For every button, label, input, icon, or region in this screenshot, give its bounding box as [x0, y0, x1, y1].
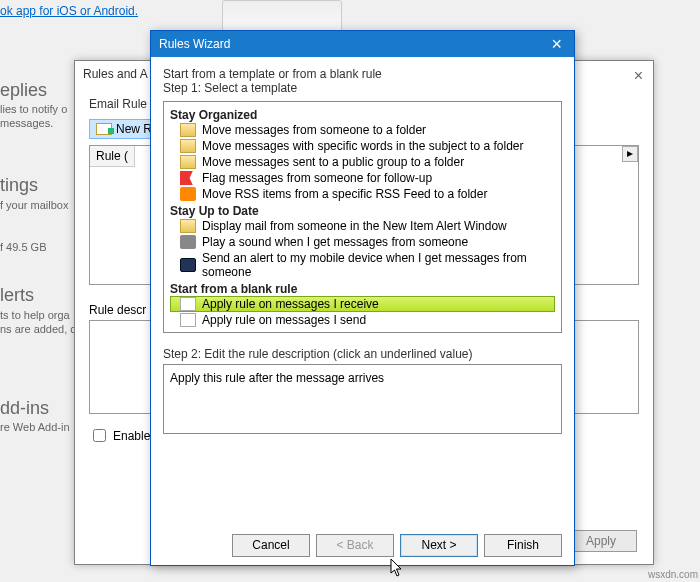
- envelope-icon: [180, 139, 196, 153]
- new-rule-icon: [96, 123, 112, 135]
- speaker-icon: [180, 235, 196, 249]
- tpl-display-new-item-alert[interactable]: Display mail from someone in the New Ite…: [170, 218, 555, 234]
- section-addins-title: dd-ins: [0, 398, 49, 419]
- rule-description-editor[interactable]: Apply this rule after the message arrive…: [163, 364, 562, 434]
- tpl-label: Send an alert to my mobile device when I…: [202, 251, 553, 279]
- enable-rules-label: Enable: [113, 429, 150, 443]
- wizard-step1-label: Step 1: Select a template: [163, 81, 562, 95]
- group-stay-up-to-date: Stay Up to Date: [170, 204, 555, 218]
- storage-text: f 49.5 GB: [0, 240, 46, 254]
- tpl-move-from-someone[interactable]: Move messages from someone to a folder: [170, 122, 555, 138]
- envelope-icon: [180, 155, 196, 169]
- tpl-label: Move messages with specific words in the…: [202, 139, 523, 153]
- tpl-mobile-alert[interactable]: Send an alert to my mobile device when I…: [170, 250, 555, 280]
- close-icon[interactable]: ×: [634, 67, 643, 85]
- close-icon[interactable]: ×: [547, 35, 566, 53]
- tpl-label: Move messages sent to a public group to …: [202, 155, 464, 169]
- wizard-step2-label: Step 2: Edit the rule description (click…: [163, 347, 562, 361]
- mobile-icon: [180, 258, 196, 272]
- section-settings-desc: f your mailbox: [0, 198, 68, 212]
- section-alerts-title: lerts: [0, 285, 34, 306]
- group-stay-organized: Stay Organized: [170, 108, 555, 122]
- tpl-label: Play a sound when I get messages from so…: [202, 235, 468, 249]
- finish-button[interactable]: Finish: [484, 534, 562, 557]
- blank-rule-icon: [180, 313, 196, 327]
- tpl-flag-followup[interactable]: Flag messages from someone for follow-up: [170, 170, 555, 186]
- tpl-play-sound[interactable]: Play a sound when I get messages from so…: [170, 234, 555, 250]
- tpl-label: Apply rule on messages I receive: [202, 297, 379, 311]
- rules-wizard-dialog: Rules Wizard × Start from a template or …: [150, 30, 575, 566]
- tpl-label: Apply rule on messages I send: [202, 313, 366, 327]
- tpl-move-rss[interactable]: Move RSS items from a specific RSS Feed …: [170, 186, 555, 202]
- template-listbox[interactable]: Stay Organized Move messages from someon…: [163, 101, 562, 333]
- tpl-label: Display mail from someone in the New Ite…: [202, 219, 507, 233]
- cancel-button[interactable]: Cancel: [232, 534, 310, 557]
- section-alerts-desc: ts to help orga ns are added, c: [0, 308, 76, 336]
- grid-scroll-right[interactable]: ▸: [622, 146, 638, 162]
- back-button: < Back: [316, 534, 394, 557]
- section-settings-title: tings: [0, 175, 38, 196]
- apply-button[interactable]: Apply: [565, 530, 637, 552]
- new-rule-button[interactable]: New R: [89, 119, 159, 139]
- rss-icon: [180, 187, 196, 201]
- flag-icon: [180, 171, 196, 185]
- tpl-label: Flag messages from someone for follow-up: [202, 171, 432, 185]
- tpl-move-public-group[interactable]: Move messages sent to a public group to …: [170, 154, 555, 170]
- wizard-title-text: Rules Wizard: [159, 37, 230, 51]
- outlook-mobile-link[interactable]: ok app for iOS or Android.: [0, 4, 138, 18]
- section-addins-desc: re Web Add-in: [0, 420, 70, 434]
- tpl-label: Move RSS items from a specific RSS Feed …: [202, 187, 487, 201]
- envelope-icon: [180, 219, 196, 233]
- section-replies-title: eplies: [0, 80, 47, 101]
- rule-description-text: Apply this rule after the message arrive…: [170, 371, 384, 385]
- section-replies-desc: lies to notify o messages.: [0, 102, 67, 130]
- tpl-label: Move messages from someone to a folder: [202, 123, 426, 137]
- blank-rule-icon: [180, 297, 196, 311]
- tpl-apply-send[interactable]: Apply rule on messages I send: [170, 312, 555, 328]
- tpl-apply-receive[interactable]: Apply rule on messages I receive: [170, 296, 555, 312]
- tpl-move-subject-words[interactable]: Move messages with specific words in the…: [170, 138, 555, 154]
- envelope-icon: [180, 123, 196, 137]
- watermark: wsxdn.com: [648, 569, 698, 580]
- enable-rules-checkbox[interactable]: [93, 429, 106, 442]
- next-button[interactable]: Next >: [400, 534, 478, 557]
- wizard-titlebar[interactable]: Rules Wizard ×: [151, 31, 574, 57]
- wizard-heading: Start from a template or from a blank ru…: [163, 67, 562, 81]
- rules-grid-header[interactable]: Rule (: [90, 146, 135, 167]
- group-blank-rule: Start from a blank rule: [170, 282, 555, 296]
- new-rule-label: New R: [116, 122, 152, 136]
